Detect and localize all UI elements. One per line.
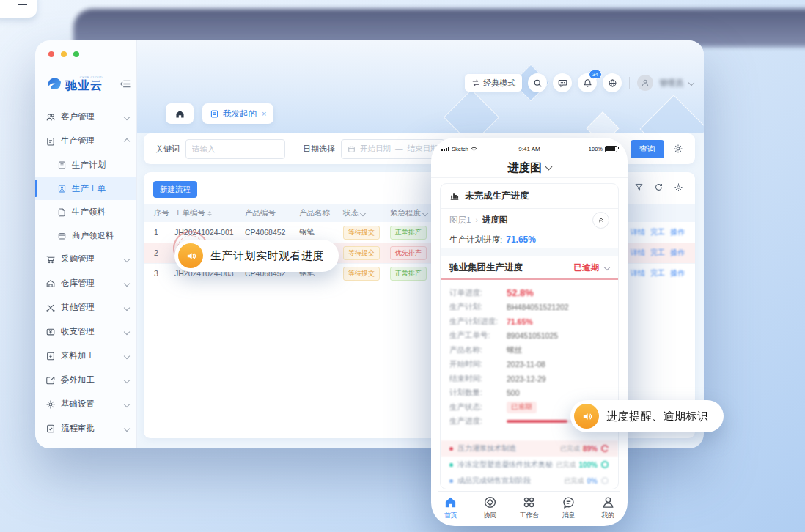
action-link[interactable]: 详情 — [631, 268, 645, 278]
nav-home[interactable]: 首页 — [431, 495, 471, 523]
filter-funnel-icon[interactable] — [634, 182, 644, 192]
notifications-button[interactable]: 34 — [578, 73, 597, 92]
window-controls[interactable] — [48, 51, 79, 57]
phone-page-title[interactable]: 进度图 — [431, 158, 628, 178]
chevron-down-icon — [124, 425, 130, 431]
action-link[interactable]: 详情 — [631, 248, 645, 258]
chevron-down-icon[interactable] — [688, 80, 694, 86]
sidebar-item-merchant-return[interactable]: 商户领退料 — [35, 223, 136, 247]
task-row[interactable]: 压力灌浆技术制造 已完成 89% — [441, 440, 618, 457]
action-link[interactable]: 详情 — [631, 227, 645, 237]
chevron-down-icon — [604, 265, 610, 270]
refresh-icon[interactable] — [654, 182, 664, 192]
logo: CHYE CLOUD 驰业云 — [44, 71, 131, 96]
speaker-icon — [574, 404, 599, 429]
message-button[interactable] — [553, 73, 572, 92]
sidebar-item-incoming-processing[interactable]: 来料加工 — [35, 344, 136, 368]
home-tab-button[interactable] — [166, 103, 194, 124]
cart-icon — [45, 254, 56, 265]
nav-collaborate[interactable]: 协同 — [471, 495, 510, 523]
sidebar-item-material-pick[interactable]: 生产领料 — [35, 200, 136, 223]
tab-bar: 我发起的 × — [166, 103, 273, 125]
action-link[interactable]: 操作 — [670, 248, 685, 258]
nav-messages[interactable]: 消息 — [549, 495, 589, 523]
filter-settings-icon[interactable] — [673, 144, 683, 154]
chevron-down-icon[interactable] — [422, 210, 428, 216]
search-submit-button[interactable]: 查询 — [631, 140, 664, 158]
action-link[interactable]: 操作 — [670, 268, 685, 278]
chevron-down-icon — [124, 256, 130, 262]
new-process-button[interactable]: 新建流程 — [153, 181, 197, 198]
action-link[interactable]: 完工 — [650, 227, 665, 237]
maximize-window-button[interactable] — [73, 51, 79, 57]
collapse-button[interactable] — [592, 212, 609, 229]
detail-row: 计划数量:500 — [449, 386, 609, 401]
sidebar-item-production[interactable]: 生产管理 — [35, 129, 136, 153]
chevron-down-icon — [124, 401, 130, 407]
action-link[interactable]: 完工 — [650, 248, 665, 258]
battery-icon — [605, 146, 617, 152]
decor-cube — [444, 89, 499, 133]
clipboard-icon — [45, 136, 56, 147]
bar-chart-icon — [449, 191, 460, 202]
plan-progress-value: 71.65% — [506, 234, 536, 245]
action-link[interactable]: 操作 — [670, 227, 685, 237]
home-icon — [444, 495, 457, 509]
calendar-icon — [348, 145, 356, 153]
table-settings-icon[interactable] — [674, 182, 683, 192]
minimize-window-button[interactable] — [61, 51, 67, 57]
breadcrumb: 图层1 › 进度图 — [441, 209, 618, 231]
phone-title-text: 进度图 — [507, 160, 542, 176]
sort-icon[interactable] — [207, 211, 212, 216]
sidebar-item-customer[interactable]: 客户管理 — [35, 105, 136, 129]
date-range-picker[interactable]: 开始日期 — 结束日期 — [341, 139, 445, 159]
group-header[interactable]: 驰业集团生产进度 已逾期 — [441, 256, 618, 280]
task-done-label: 已完成 — [556, 460, 576, 470]
nav-label: 工作台 — [519, 511, 539, 520]
sidebar-item-production-plan[interactable]: 生产计划 — [35, 153, 136, 177]
background-mini-card — [0, 0, 37, 18]
close-window-button[interactable] — [48, 51, 54, 57]
detail-row: 产品名称:螺丝 — [449, 343, 609, 358]
search-button[interactable] — [528, 73, 547, 92]
sidebar-item-outsourcing[interactable]: 委外加工 — [35, 368, 136, 392]
nav-profile[interactable]: 我的 — [588, 495, 628, 523]
sidebar-item-label: 流程审批 — [61, 423, 95, 434]
breadcrumb-layer[interactable]: 图层1 — [449, 215, 471, 226]
chevron-down-icon — [124, 304, 130, 310]
language-button[interactable] — [603, 73, 622, 92]
approval-icon — [45, 424, 56, 434]
sidebar-item-approval[interactable]: 流程审批 — [35, 416, 136, 440]
sidebar-item-finance[interactable]: 收支管理 — [35, 319, 136, 344]
keyword-input[interactable] — [185, 139, 285, 159]
sidebar-item-settings[interactable]: 基础设置 — [35, 392, 136, 416]
divider — [629, 77, 630, 89]
chevron-down-icon — [545, 163, 552, 171]
chevron-down-icon[interactable] — [360, 210, 366, 216]
nav-workbench[interactable]: 工作台 — [510, 495, 549, 523]
action-link[interactable]: 完工 — [650, 268, 665, 278]
sidebar-collapse-icon[interactable] — [120, 79, 131, 89]
production-status-badge: 已逾期 — [507, 402, 537, 413]
sidebar-item-warehouse[interactable]: 仓库管理 — [35, 271, 136, 295]
start-date-placeholder: 开始日期 — [360, 144, 391, 154]
avatar[interactable] — [637, 75, 653, 91]
decor-cube — [639, 95, 704, 133]
doc-corner-icon — [57, 207, 67, 217]
cell-product-name: 钢笔 — [299, 227, 343, 237]
classic-mode-button[interactable]: 经典模式 — [465, 74, 522, 92]
sidebar-item-label: 生产计划 — [72, 160, 106, 171]
work-order-number: 890451051025 — [507, 331, 558, 340]
callout-text: 进度提醒、逾期标识 — [606, 410, 709, 424]
bell-icon — [583, 78, 592, 88]
nav-label: 我的 — [601, 511, 614, 520]
tab-my-initiated[interactable]: 我发起的 × — [202, 103, 273, 124]
task-row[interactable]: 冷冻定型塑造凝练件技术奥秘 已完成 100% — [441, 457, 618, 473]
sidebar-item-other[interactable]: 其他管理 — [35, 295, 136, 319]
close-tab-icon[interactable]: × — [262, 110, 266, 118]
sidebar-item-production-order[interactable]: 生产工单 — [35, 177, 136, 200]
sidebar-item-label: 来料加工 — [61, 350, 95, 361]
task-row[interactable]: 成品完成销售宣划阶段 已完成 0% — [441, 473, 618, 489]
sidebar-item-purchase[interactable]: 采购管理 — [35, 247, 136, 271]
sidebar-item-label: 商户领退料 — [72, 230, 114, 241]
